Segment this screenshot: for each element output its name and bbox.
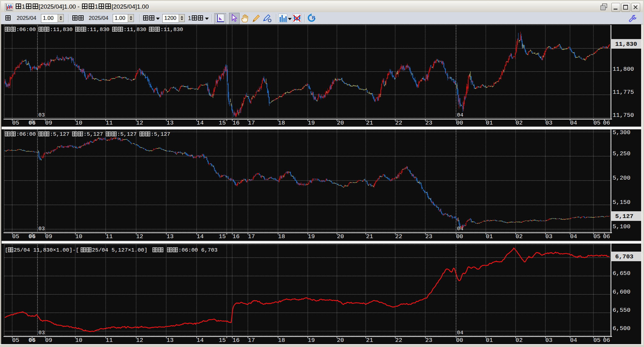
svg-text:14: 14 xyxy=(197,337,204,344)
svg-text:15: 15 xyxy=(219,233,226,240)
svg-text:5,300: 5,300 xyxy=(613,129,631,136)
svg-text::06:00: :06:00 xyxy=(16,131,36,137)
svg-text:20: 20 xyxy=(337,337,344,344)
svg-text:6,650: 6,650 xyxy=(613,270,631,277)
svg-text:05: 05 xyxy=(12,120,19,126)
svg-text:06: 06 xyxy=(29,233,36,240)
svg-text:09: 09 xyxy=(45,120,52,126)
svg-text:25/04 5,127×1.00]: 25/04 5,127×1.00] xyxy=(92,247,147,253)
svg-text:05: 05 xyxy=(12,337,19,344)
svg-text:09: 09 xyxy=(45,337,52,344)
svg-text:05: 05 xyxy=(593,233,600,240)
svg-text:6,703: 6,703 xyxy=(615,253,633,260)
svg-text:20: 20 xyxy=(337,233,344,240)
svg-text:11,800: 11,800 xyxy=(613,66,634,73)
svg-text:12: 12 xyxy=(136,233,143,240)
svg-text:06: 06 xyxy=(603,337,610,344)
svg-text:11,750: 11,750 xyxy=(613,112,634,119)
svg-text:6,600: 6,600 xyxy=(613,289,631,295)
svg-text:04: 04 xyxy=(570,233,577,240)
svg-text:05: 05 xyxy=(12,233,19,240)
svg-text:12: 12 xyxy=(136,337,143,344)
svg-text::11,830: :11,830 xyxy=(160,27,183,33)
svg-text:25/04 11,830×1.00]-[: 25/04 11,830×1.00]-[ xyxy=(14,247,79,253)
svg-text:03: 03 xyxy=(545,337,552,344)
svg-text::5,127: :5,127 xyxy=(84,131,103,137)
svg-text::11,830: :11,830 xyxy=(123,27,146,33)
svg-text::06:00 6,703: :06:00 6,703 xyxy=(178,247,217,253)
svg-text::5,127: :5,127 xyxy=(117,131,137,137)
svg-text:11,830: 11,830 xyxy=(615,41,637,48)
svg-text:13: 13 xyxy=(167,120,174,126)
svg-text:01: 01 xyxy=(486,120,493,126)
svg-text:11: 11 xyxy=(106,120,113,126)
svg-text::06:00: :06:00 xyxy=(16,27,36,33)
svg-text:06: 06 xyxy=(29,120,36,126)
svg-text:15: 15 xyxy=(219,120,226,126)
svg-text:13: 13 xyxy=(167,233,174,240)
svg-text::5,127: :5,127 xyxy=(151,131,170,137)
svg-text:03: 03 xyxy=(38,226,45,232)
svg-text:00: 00 xyxy=(456,337,463,344)
svg-text:03: 03 xyxy=(38,112,45,118)
svg-text:18: 18 xyxy=(278,233,285,240)
svg-text:22: 22 xyxy=(395,233,402,240)
svg-text:10: 10 xyxy=(75,233,82,240)
svg-text:06: 06 xyxy=(603,233,610,240)
svg-text:00: 00 xyxy=(456,120,463,126)
svg-text:05: 05 xyxy=(593,120,600,126)
svg-text::11,830: :11,830 xyxy=(50,27,72,33)
svg-text:13: 13 xyxy=(167,337,174,344)
svg-text:16: 16 xyxy=(232,233,240,240)
svg-text:16: 16 xyxy=(232,120,240,126)
svg-text:15: 15 xyxy=(219,337,226,344)
svg-text:17: 17 xyxy=(248,120,255,126)
svg-text:06: 06 xyxy=(603,120,610,126)
svg-text:5,150: 5,150 xyxy=(613,199,631,206)
svg-text:01: 01 xyxy=(486,337,493,344)
svg-text:22: 22 xyxy=(395,120,402,126)
svg-text:19: 19 xyxy=(308,120,315,126)
svg-text:12: 12 xyxy=(136,120,143,126)
svg-text:14: 14 xyxy=(197,120,204,126)
svg-text:17: 17 xyxy=(248,233,255,240)
svg-text:23: 23 xyxy=(425,120,432,126)
svg-text:5,250: 5,250 xyxy=(613,150,631,157)
svg-text:19: 19 xyxy=(308,233,315,240)
svg-text:6,550: 6,550 xyxy=(613,307,631,314)
svg-text:20: 20 xyxy=(337,120,344,126)
svg-text:04: 04 xyxy=(457,330,463,336)
svg-text:18: 18 xyxy=(278,120,285,126)
svg-text:19: 19 xyxy=(308,337,315,344)
svg-text:5,100: 5,100 xyxy=(613,223,631,230)
svg-text:23: 23 xyxy=(425,233,432,240)
svg-text:02: 02 xyxy=(516,337,523,344)
svg-text:03: 03 xyxy=(38,330,45,336)
svg-text:03: 03 xyxy=(545,120,552,126)
svg-text:05: 05 xyxy=(593,337,600,344)
svg-text:23: 23 xyxy=(425,337,432,344)
svg-text:5,200: 5,200 xyxy=(613,175,631,182)
svg-text:17: 17 xyxy=(248,337,255,344)
svg-text:01: 01 xyxy=(486,233,493,240)
svg-text::5,127: :5,127 xyxy=(50,131,69,137)
svg-text:04: 04 xyxy=(570,120,577,126)
svg-text:16: 16 xyxy=(232,337,240,344)
svg-text:11,775: 11,775 xyxy=(613,89,634,96)
svg-text:03: 03 xyxy=(545,233,552,240)
svg-text:00: 00 xyxy=(456,233,463,240)
svg-text:10: 10 xyxy=(75,337,82,344)
svg-text:11: 11 xyxy=(106,337,113,344)
svg-text:09: 09 xyxy=(45,233,52,240)
svg-text:04: 04 xyxy=(457,112,463,118)
svg-text:18: 18 xyxy=(278,337,285,344)
svg-text:02: 02 xyxy=(516,120,523,126)
svg-text:02: 02 xyxy=(516,233,523,240)
svg-text:5,127: 5,127 xyxy=(615,213,633,220)
svg-text:22: 22 xyxy=(395,337,402,344)
svg-text:[: [ xyxy=(5,247,8,253)
svg-text:10: 10 xyxy=(75,120,82,126)
svg-text:06: 06 xyxy=(29,337,36,344)
svg-text::11,830: :11,830 xyxy=(86,27,109,33)
svg-text:14: 14 xyxy=(197,233,204,240)
